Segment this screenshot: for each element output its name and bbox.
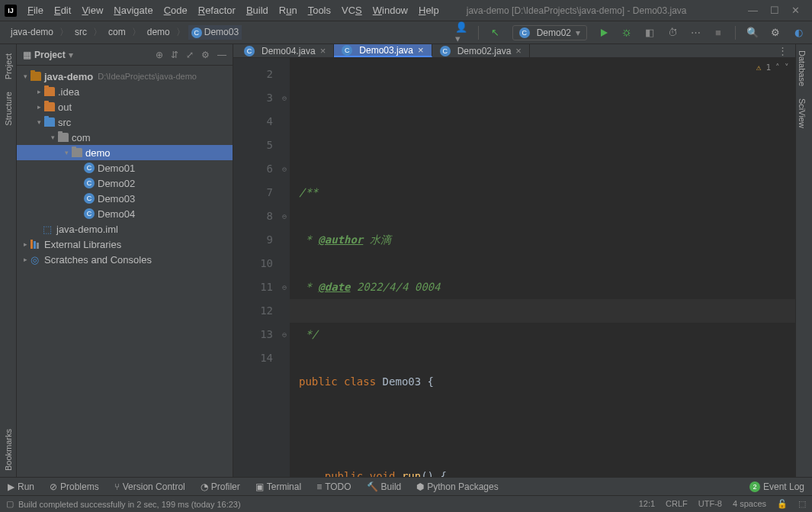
bottom-profiler[interactable]: ◔ Profiler bbox=[201, 481, 240, 492]
inspection-widget[interactable]: ⚠ 1 ˄ ˅ bbox=[756, 63, 789, 72]
tree-external-libs[interactable]: ▸External Libraries bbox=[17, 237, 233, 252]
chevron-down-icon[interactable]: ˅ bbox=[785, 63, 789, 72]
menu-edit[interactable]: Edit bbox=[50, 2, 75, 18]
crumb-src[interactable]: src bbox=[72, 25, 90, 39]
menu-run[interactable]: Run bbox=[274, 2, 302, 18]
settings-icon[interactable]: ⚙ bbox=[769, 27, 782, 39]
collapse-icon[interactable]: ⤢ bbox=[186, 50, 194, 60]
select-open-icon[interactable]: ⊕ bbox=[156, 50, 163, 60]
tabs-menu-icon[interactable]: ⋮ bbox=[770, 44, 795, 57]
side-tab-bookmarks[interactable]: Bookmarks bbox=[2, 423, 14, 477]
tree-root[interactable]: ▾ java-demoD:\IdeaProjects\java-demo bbox=[17, 69, 233, 84]
tree-src[interactable]: ▾src bbox=[17, 114, 233, 130]
bottom-python[interactable]: ⬢ Python Packages bbox=[416, 481, 498, 492]
menu-vcs[interactable]: VCS bbox=[337, 2, 367, 18]
tree-class-demo01[interactable]: CDemo01 bbox=[17, 160, 233, 175]
breadcrumbs: java-demo〉 src〉 com〉 demo〉 CDemo03 bbox=[8, 25, 242, 40]
menu-help[interactable]: Help bbox=[414, 2, 444, 18]
project-panel: ▦ Project ▾ ⊕ ⇵ ⤢ ⚙ — ▾ java-demoD:\Idea… bbox=[17, 44, 233, 477]
chevron-up-icon[interactable]: ˄ bbox=[775, 63, 780, 72]
close-icon[interactable]: × bbox=[515, 45, 522, 56]
maximize-button[interactable]: ☐ bbox=[770, 5, 779, 16]
bottom-run[interactable]: ▶ Run bbox=[8, 481, 34, 492]
code-area[interactable]: /** * @author 水滴 * @date 2022/4/4 0004 *… bbox=[290, 58, 795, 477]
status-pos[interactable]: 12:1 bbox=[639, 499, 655, 509]
tree-class-demo02[interactable]: CDemo02 bbox=[17, 175, 233, 191]
tree-scratches[interactable]: ▸◎Scratches and Consoles bbox=[17, 252, 233, 267]
coverage-button[interactable]: ◧ bbox=[644, 27, 656, 39]
side-tab-structure[interactable]: Structure bbox=[2, 85, 14, 132]
close-button[interactable]: ✕ bbox=[791, 5, 800, 16]
close-icon[interactable]: × bbox=[418, 44, 424, 56]
status-indent[interactable]: 4 spaces bbox=[733, 499, 766, 509]
expand-icon[interactable]: ⇵ bbox=[171, 50, 178, 60]
run-config-selector[interactable]: C Demo02 ▾ bbox=[512, 25, 587, 40]
status-encoding[interactable]: UTF-8 bbox=[698, 499, 722, 509]
status-line-sep[interactable]: CRLF bbox=[666, 499, 688, 509]
close-icon[interactable]: × bbox=[320, 45, 326, 56]
status-toggle-icon[interactable]: ▢ bbox=[6, 499, 14, 509]
side-tab-database[interactable]: Database bbox=[796, 44, 808, 92]
gutter: 2 3 4 5 6 7 8 9 10 11 12 13 14 ⊖ ⊖ ⊖ ⊖ ⊖ bbox=[233, 58, 290, 477]
side-tab-sciview[interactable]: SciView bbox=[796, 92, 808, 134]
lock-icon[interactable]: 🔓 bbox=[777, 499, 788, 509]
tab-demo04[interactable]: CDemo04.java× bbox=[236, 44, 334, 57]
menu-tools[interactable]: Tools bbox=[303, 2, 335, 18]
tree-class-demo04[interactable]: CDemo04 bbox=[17, 206, 233, 221]
window-title: java-demo [D:\IdeaProjects\java-demo] - … bbox=[444, 5, 740, 16]
tree-demo[interactable]: ▾demo bbox=[17, 145, 233, 160]
crumb-demo[interactable]: demo bbox=[144, 25, 173, 39]
tree-class-demo03[interactable]: CDemo03 bbox=[17, 191, 233, 206]
menu-build[interactable]: Build bbox=[242, 2, 273, 18]
crumb-com[interactable]: com bbox=[105, 25, 129, 39]
tab-demo03[interactable]: CDemo03.java× bbox=[334, 44, 432, 57]
main-menu: File Edit View Navigate Code Refactor Bu… bbox=[23, 2, 444, 18]
side-tab-project[interactable]: Project bbox=[2, 47, 14, 85]
menu-code[interactable]: Code bbox=[159, 2, 192, 18]
attach-button[interactable]: ⋯ bbox=[689, 27, 701, 39]
plugin-icon[interactable]: ◐ bbox=[792, 27, 804, 39]
minimize-button[interactable]: — bbox=[748, 5, 758, 16]
tree-out[interactable]: ▸out bbox=[17, 99, 233, 114]
menu-file[interactable]: File bbox=[23, 2, 48, 18]
editor[interactable]: 2 3 4 5 6 7 8 9 10 11 12 13 14 ⊖ ⊖ ⊖ ⊖ ⊖… bbox=[233, 58, 795, 477]
bottom-problems[interactable]: ⊘ Problems bbox=[50, 481, 99, 492]
bottom-vcs[interactable]: ⑂ Version Control bbox=[114, 481, 185, 492]
bottom-eventlog[interactable]: 2 Event Log bbox=[749, 481, 804, 492]
app-icon: IJ bbox=[5, 5, 17, 17]
menu-view[interactable]: View bbox=[77, 2, 108, 18]
tree-com[interactable]: ▾com bbox=[17, 130, 233, 145]
gear-icon[interactable]: ⚙ bbox=[201, 50, 210, 60]
bottom-build[interactable]: 🔨 Build bbox=[367, 481, 402, 492]
status-message: Build completed successfully in 2 sec, 1… bbox=[18, 500, 241, 509]
search-icon[interactable]: 🔍 bbox=[746, 27, 759, 39]
panel-title: Project bbox=[34, 50, 66, 60]
menu-refactor[interactable]: Refactor bbox=[194, 2, 240, 18]
run-button[interactable] bbox=[598, 27, 610, 39]
project-tree: ▾ java-demoD:\IdeaProjects\java-demo ▸.i… bbox=[17, 66, 233, 477]
status-menu-icon[interactable]: ⬚ bbox=[798, 499, 806, 509]
bottom-terminal[interactable]: ▣ Terminal bbox=[255, 481, 301, 492]
stop-button[interactable]: ■ bbox=[712, 27, 724, 39]
tree-idea[interactable]: ▸.idea bbox=[17, 84, 233, 99]
hide-icon[interactable]: — bbox=[217, 50, 226, 60]
tab-demo02[interactable]: CDemo02.java× bbox=[432, 44, 530, 57]
crumb-project[interactable]: java-demo bbox=[8, 25, 56, 39]
menu-navigate[interactable]: Navigate bbox=[109, 2, 157, 18]
menu-window[interactable]: Window bbox=[368, 2, 412, 18]
tree-iml[interactable]: ⬚java-demo.iml bbox=[17, 221, 233, 237]
warning-icon: ⚠ bbox=[756, 63, 762, 72]
profile-button[interactable]: ⏱ bbox=[666, 27, 679, 39]
build-hammer-icon[interactable]: ↖ bbox=[489, 27, 502, 39]
bottom-todo[interactable]: ≡ TODO bbox=[316, 481, 351, 492]
user-icon[interactable]: 👤▾ bbox=[455, 27, 467, 39]
editor-tabs: CDemo04.java× CDemo03.java× CDemo02.java… bbox=[233, 44, 795, 58]
debug-button[interactable]: ⛭ bbox=[621, 27, 633, 39]
crumb-class[interactable]: CDemo03 bbox=[188, 25, 242, 40]
